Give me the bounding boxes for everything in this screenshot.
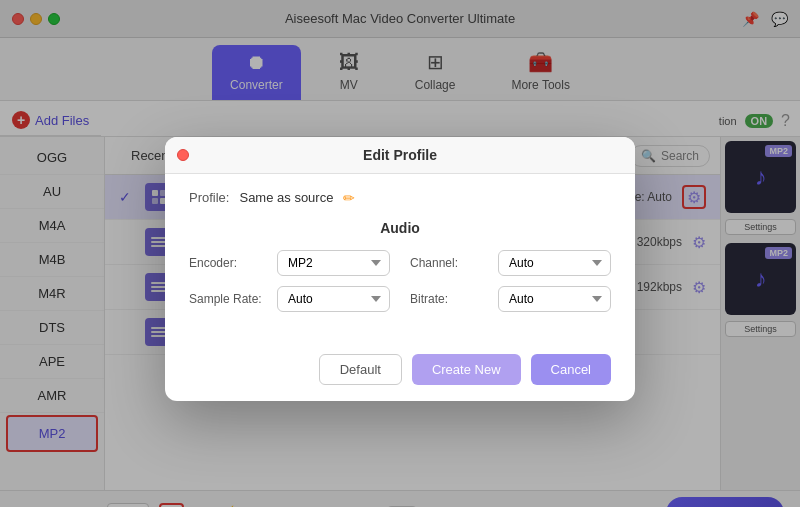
profile-label: Profile: — [189, 190, 229, 205]
bitrate-label: Bitrate: — [410, 292, 490, 306]
encoder-row: Encoder: MP2 — [189, 250, 390, 276]
channel-label: Channel: — [410, 256, 490, 270]
default-button[interactable]: Default — [319, 354, 402, 385]
dialog-overlay: Edit Profile Profile: Same as source ✏ A… — [0, 0, 800, 507]
form-grid: Encoder: MP2 Channel: Auto Sample Rate: … — [189, 250, 611, 312]
sample-rate-label: Sample Rate: — [189, 292, 269, 306]
encoder-select[interactable]: MP2 — [277, 250, 390, 276]
profile-value: Same as source — [239, 190, 333, 205]
cancel-button[interactable]: Cancel — [531, 354, 611, 385]
audio-section-title: Audio — [189, 220, 611, 236]
profile-row: Profile: Same as source ✏ — [189, 190, 611, 206]
edit-profile-dialog: Edit Profile Profile: Same as source ✏ A… — [165, 137, 635, 401]
channel-row: Channel: Auto — [410, 250, 611, 276]
dialog-close-button[interactable] — [177, 149, 189, 161]
sample-rate-row: Sample Rate: Auto — [189, 286, 390, 312]
sample-rate-select[interactable]: Auto — [277, 286, 390, 312]
dialog-title: Edit Profile — [363, 147, 437, 163]
bitrate-row: Bitrate: Auto — [410, 286, 611, 312]
channel-select[interactable]: Auto — [498, 250, 611, 276]
encoder-label: Encoder: — [189, 256, 269, 270]
dialog-header: Edit Profile — [165, 137, 635, 174]
dialog-body: Profile: Same as source ✏ Audio Encoder:… — [165, 174, 635, 344]
bitrate-select[interactable]: Auto — [498, 286, 611, 312]
create-new-button[interactable]: Create New — [412, 354, 521, 385]
edit-icon[interactable]: ✏ — [343, 190, 355, 206]
dialog-footer: Default Create New Cancel — [165, 344, 635, 401]
